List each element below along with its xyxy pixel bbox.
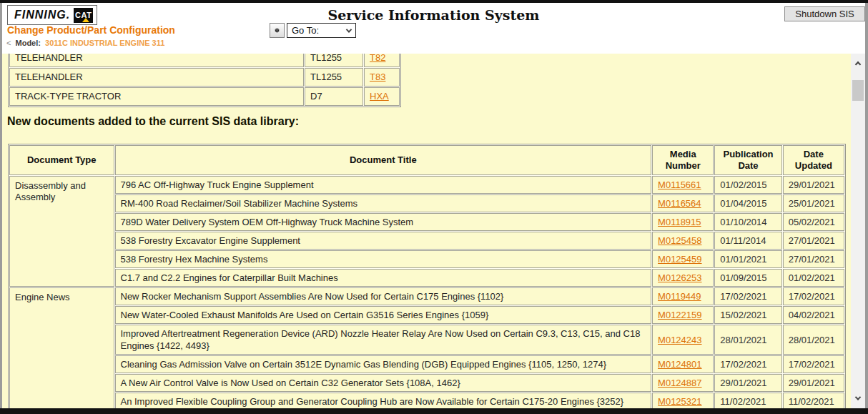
document-title-cell: 796 AC Off-Highway Truck Engine Suppleme… bbox=[115, 176, 652, 194]
table-header-row: Document Type Document Title Media Numbe… bbox=[9, 145, 844, 175]
prefix-link-cell: T83 bbox=[364, 68, 400, 87]
model-label: Model: bbox=[16, 39, 41, 47]
date-updated-cell: 27/01/2021 bbox=[783, 250, 844, 268]
column-header-publication-date: Publication Date bbox=[714, 145, 781, 175]
document-title-cell: 789D Water Delivery System OEM Off-Highw… bbox=[115, 213, 652, 231]
media-number-cell: M0118915 bbox=[652, 213, 714, 231]
date-updated-cell: 04/02/2021 bbox=[783, 306, 844, 324]
document-title-cell: Cleaning Gas Admission Valve on Certain … bbox=[115, 355, 652, 373]
chevron-up-icon bbox=[855, 61, 861, 66]
gem-icon bbox=[275, 25, 280, 36]
document-title-cell: New Rocker Mechanism Support Assemblies … bbox=[115, 287, 652, 305]
goto-select-value: Go To: bbox=[292, 25, 347, 36]
column-header-document-title: Document Title bbox=[115, 145, 652, 175]
media-number-link[interactable]: M0124801 bbox=[658, 359, 701, 370]
media-number-cell: M0125458 bbox=[652, 232, 714, 250]
date-updated-cell: 29/01/2021 bbox=[783, 374, 844, 392]
date-updated-cell: 27/01/2021 bbox=[783, 232, 844, 250]
change-product-config-link[interactable]: Change Product/Part Configuration bbox=[7, 24, 175, 36]
table-row: 538 Forestry Excavator Engine Supplement… bbox=[9, 232, 844, 250]
table-row: RM-400 Road Reclaimer/Soil Stabilizer Ma… bbox=[9, 194, 844, 212]
product-configuration-table: TELEHANDLER TL1255 T82 TELEHANDLER TL125… bbox=[8, 54, 401, 107]
table-row: Engine News New Rocker Mechanism Support… bbox=[9, 287, 844, 305]
date-updated-cell: 28/01/2021 bbox=[783, 325, 844, 355]
document-title-cell: C1.7 and C2.2 Engines for Caterpillar Bu… bbox=[115, 269, 652, 287]
media-number-cell: M0126253 bbox=[652, 269, 714, 287]
document-title-cell: A New Air Control Valve is Now Used on C… bbox=[115, 374, 652, 392]
new-documents-table: Document Type Document Title Media Numbe… bbox=[8, 144, 846, 408]
product-family-cell: TELEHANDLER bbox=[9, 54, 304, 67]
media-number-link[interactable]: M0125459 bbox=[658, 254, 701, 265]
column-header-date-updated: Date Updated bbox=[783, 145, 844, 175]
scroll-down-button[interactable] bbox=[851, 392, 865, 404]
media-number-link[interactable]: M0122159 bbox=[658, 310, 701, 320]
publication-date-cell: 17/02/2021 bbox=[714, 355, 781, 373]
media-number-link[interactable]: M0115661 bbox=[658, 179, 701, 190]
table-row: An Improved Flexible Coupling Group and … bbox=[9, 393, 844, 408]
table-row: 789D Water Delivery System OEM Off-Highw… bbox=[9, 213, 844, 231]
document-type-cell: Disassembly and Assembly bbox=[9, 176, 114, 287]
content-area: TELEHANDLER TL1255 T82 TELEHANDLER TL125… bbox=[2, 54, 851, 408]
media-number-cell: M0124243 bbox=[652, 325, 714, 355]
sis-window: FINNING. CAT Service Information System … bbox=[0, 0, 868, 414]
model-breadcrumb: < Model: 3011C INDUSTRIAL ENGINE 311 bbox=[6, 39, 164, 47]
prefix-link[interactable]: T82 bbox=[370, 54, 385, 63]
model-value[interactable]: 3011C INDUSTRIAL ENGINE 311 bbox=[45, 39, 164, 47]
table-row: A New Air Control Valve is Now Used on C… bbox=[9, 374, 844, 392]
document-title-cell: An Improved Flexible Coupling Group and … bbox=[115, 393, 652, 408]
media-number-link[interactable]: M0124887 bbox=[658, 378, 701, 388]
media-number-cell: M0116564 bbox=[652, 194, 714, 212]
prefix-link[interactable]: T83 bbox=[370, 72, 385, 82]
media-number-cell: M0124801 bbox=[652, 355, 714, 373]
media-number-cell: M0124887 bbox=[652, 374, 714, 392]
window-right-edge bbox=[865, 3, 868, 414]
publication-date-cell: 01/02/2015 bbox=[714, 176, 781, 194]
media-number-link[interactable]: M0125458 bbox=[658, 235, 701, 246]
column-header-document-type: Document Type bbox=[9, 145, 114, 175]
date-updated-cell: 17/02/2021 bbox=[783, 287, 844, 305]
graphic-navigation-button[interactable] bbox=[270, 23, 285, 38]
prefix-link[interactable]: HXA bbox=[370, 91, 389, 102]
document-title-cell: New Water-Cooled Exhaust Manifolds Are U… bbox=[115, 306, 652, 324]
publication-date-cell: 29/01/2021 bbox=[714, 374, 781, 392]
media-number-link[interactable]: M0119449 bbox=[658, 291, 701, 302]
media-number-cell: M0125459 bbox=[652, 250, 714, 268]
scroll-up-button[interactable] bbox=[851, 58, 865, 70]
media-number-cell: M0122159 bbox=[652, 306, 714, 324]
page-title: Service Information System bbox=[2, 7, 865, 23]
product-model-cell: D7 bbox=[305, 87, 363, 106]
new-documents-heading: New documents added to the current SIS d… bbox=[7, 115, 299, 128]
media-number-cell: M0119449 bbox=[652, 287, 714, 305]
column-header-media-number: Media Number bbox=[652, 145, 714, 175]
table-row: New Water-Cooled Exhaust Manifolds Are U… bbox=[9, 306, 844, 324]
date-updated-cell: 29/01/2021 bbox=[783, 176, 844, 194]
shutdown-sis-button[interactable]: Shutdown SIS bbox=[784, 6, 865, 21]
date-updated-cell: 17/02/2021 bbox=[783, 355, 844, 373]
media-number-link[interactable]: M0125321 bbox=[658, 396, 701, 407]
media-number-cell: M0115661 bbox=[652, 176, 714, 194]
date-updated-cell: 05/02/2021 bbox=[783, 213, 844, 231]
media-number-link[interactable]: M0116564 bbox=[658, 198, 701, 209]
vertical-scrollbar[interactable] bbox=[851, 54, 865, 408]
table-row: TRACK-TYPE TRACTOR D7 HXA bbox=[9, 87, 400, 106]
table-row: Improved Aftertreatment Regeneration Dev… bbox=[9, 325, 844, 355]
publication-date-cell: 15/02/2021 bbox=[714, 306, 781, 324]
media-number-link[interactable]: M0118915 bbox=[658, 217, 701, 227]
media-number-link[interactable]: M0126253 bbox=[658, 272, 701, 283]
back-chevron-icon[interactable]: < bbox=[6, 39, 11, 47]
date-updated-cell: 11/02/2021 bbox=[783, 393, 844, 408]
document-title-cell: RM-400 Road Reclaimer/Soil Stabilizer Ma… bbox=[115, 194, 652, 212]
document-type-cell: Engine News bbox=[9, 287, 114, 408]
media-number-cell: M0125321 bbox=[652, 393, 714, 408]
chevron-down-icon bbox=[346, 26, 352, 32]
document-title-cell: 538 Forestry Excavator Engine Supplement bbox=[115, 232, 652, 250]
table-row: C1.7 and C2.2 Engines for Caterpillar Bu… bbox=[9, 269, 844, 287]
media-number-link[interactable]: M0124243 bbox=[658, 335, 701, 345]
table-row: 538 Forestry Hex Machine Systems M012545… bbox=[9, 250, 844, 268]
publication-date-cell: 11/02/2021 bbox=[714, 393, 781, 408]
date-updated-cell: 01/02/2021 bbox=[783, 269, 844, 287]
goto-select[interactable]: Go To: bbox=[287, 23, 356, 38]
date-updated-cell: 25/01/2021 bbox=[783, 194, 844, 212]
window-bottom-edge bbox=[0, 408, 868, 414]
scrollbar-thumb[interactable] bbox=[852, 80, 864, 101]
